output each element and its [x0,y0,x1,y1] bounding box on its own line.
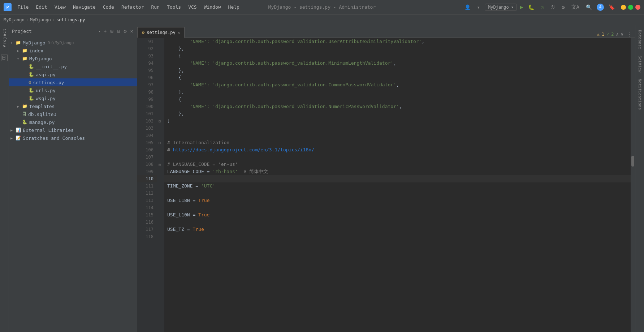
breadcrumb-part-1[interactable]: MyDjango [30,17,51,22]
sidebar-settings-icon[interactable]: ⚙ [123,27,127,35]
sidebar-close-icon[interactable]: ✕ [130,27,134,35]
tree-item-urls-py[interactable]: 🐍 urls.py [9,86,137,94]
warning-icon: ⚠ [597,32,600,37]
menu-file[interactable]: File [14,3,31,11]
tree-item-external-libraries[interactable]: ▶ 📊 External Libraries [9,126,137,134]
sidebar-add-icon[interactable]: + [103,27,107,35]
sqlite-icon: 🗄 [22,112,26,117]
database-panel-btn[interactable]: Database [636,27,644,52]
minimize-button[interactable] [621,5,626,10]
bookmark-icon[interactable]: 🔖 [607,3,617,11]
tree-item-index[interactable]: ▶ 📁 index [9,47,137,55]
debug-icon[interactable]: 🐛 [526,3,536,11]
code-line-92: }, [164,45,631,52]
tree-item-init-py[interactable]: 🐍 __init__.py [9,62,137,70]
tree-item-wsgi-py[interactable]: 🐍 wsgi.py [9,94,137,102]
tree-item-scratches[interactable]: ▶ 📝 Scratches and Consoles [9,134,137,142]
avatar-icon[interactable]: A [597,4,604,11]
menu-vcs[interactable]: VCS [185,3,199,11]
code-line-110 [164,175,631,182]
dropdown-icon[interactable]: ▾ [475,3,482,11]
tree-item-settings-py[interactable]: ⚙ settings.py [9,78,137,86]
run-button[interactable]: ▶ [520,4,523,10]
code-line-102: ] [164,117,631,125]
menu-view[interactable]: View [52,3,69,11]
tab-close-button[interactable]: ✕ [178,30,180,35]
tree-item-manage-py[interactable]: 🐍 manage.py [9,118,137,126]
tree-label: urls.py [36,88,56,93]
line-num-95: 95 [137,67,157,74]
vertical-scrollbar[interactable] [631,38,635,332]
menu-tools[interactable]: Tools [164,3,184,11]
right-panels: Database SciView Notifications [635,25,644,332]
tree-item-mydjango-root[interactable]: ▾ 📁 MyDjango D:\MyDjango [9,39,137,47]
menu-run[interactable]: Run [148,3,163,11]
sidebar-toolbar: + ⊞ ⊟ ⚙ ✕ [103,27,134,35]
toolbar-right: 👤 ▾ MyDjango ▾ ▶ 🐛 ☑ ⏱ ⚙ 文A 🔍 A 🔖 [463,3,617,12]
scrollbar-thumb[interactable] [631,156,634,167]
breadcrumb-part-0[interactable]: MyDjango [4,17,25,22]
menu-help[interactable]: Help [225,3,242,11]
run-config[interactable]: MyDjango ▾ [485,4,517,11]
sidebar-expand-all-icon[interactable]: ⊞ [109,27,114,35]
library-icon: 📊 [16,128,21,133]
nav-up-icon[interactable]: ∧ [616,32,619,37]
code-line-97: 'NAME': 'django.contrib.auth.password_va… [164,81,631,89]
menu-code[interactable]: Code [100,3,117,11]
editor-content[interactable]: 91 92 93 94 95 96 97 98 99 100 101 102 1… [137,38,635,332]
main-container: Project Project ▾ + ⊞ ⊟ ⚙ ✕ ▾ 📁 MyDjango… [0,25,644,332]
code-line-112 [164,190,631,197]
profile-run-icon[interactable]: ⏱ [548,3,557,11]
nav-down-icon[interactable]: ∨ [621,32,623,37]
code-content[interactable]: 'NAME': 'django.contrib.auth.password_va… [164,38,631,332]
tree-item-asgi-py[interactable]: 🐍 asgi.py [9,70,137,78]
gutter-102[interactable]: ⊟ [157,117,162,125]
menu-navigate[interactable]: Navigate [70,3,99,11]
profile-icon[interactable]: 👤 [463,3,472,11]
settings-toolbar-icon[interactable]: ⚙ [560,3,566,11]
sidebar-title: Project [12,29,96,34]
sciview-panel-btn[interactable]: SciView [636,53,644,75]
tab-overflow-icon[interactable]: ⋮ [626,31,632,38]
menu-refactor[interactable]: Refactor [118,3,147,11]
code-line-91: 'NAME': 'django.contrib.auth.password_va… [164,38,631,45]
tree-label: MyDjango [29,56,52,61]
line-num-100: 100 [137,103,157,110]
breadcrumb-part-2[interactable]: settings.py [56,17,85,22]
gutter-117 [157,226,164,233]
project-panel-label: Project [2,28,7,47]
tree-extra: D:\MyDjango [48,40,74,45]
code-line-114 [164,204,631,211]
folder-icon: 📁 [16,40,21,45]
line-num-108: 108 [137,161,157,168]
notifications-panel-btn[interactable]: Notifications [636,76,644,113]
project-panel-file-icon[interactable] [1,55,8,61]
menu-edit[interactable]: Edit [33,3,50,11]
menu-window[interactable]: Window [201,3,224,11]
tree-item-mydjango-pkg[interactable]: ▾ 📁 MyDjango [9,55,137,62]
gutter-108[interactable]: ⊟ [157,161,162,168]
close-button[interactable] [635,5,640,10]
code-line-107 [164,154,631,161]
tree-item-templates[interactable]: ▶ 📁 templates [9,102,137,110]
tree-label: manage.py [29,120,55,125]
sidebar-collapse-all-icon[interactable]: ⊟ [116,27,121,35]
sidebar-dropdown-arrow[interactable]: ▾ [99,29,101,33]
coverage-icon[interactable]: ☑ [539,3,545,11]
tree-label: Scratches and Consoles [23,135,85,141]
tab-file-icon: ⚙ [142,30,144,35]
maximize-button[interactable] [628,5,633,10]
gutter-105[interactable]: ⊟ [157,139,162,146]
gutter-112 [157,190,164,197]
tab-settings-py[interactable]: ⚙ settings.py ✕ [137,27,185,38]
search-toolbar-icon[interactable]: 🔍 [584,3,594,11]
tree-item-db-sqlite3[interactable]: 🗄 db.sqlite3 [9,110,137,118]
left-panel-toggle[interactable]: Project [0,25,9,332]
code-line-100: 'NAME': 'django.contrib.auth.password_va… [164,103,631,110]
arrow-icon: ▶ [17,49,22,53]
code-line-98: }, [164,89,631,96]
gutter-106 [157,146,164,154]
window-controls [621,5,640,10]
translate-icon[interactable]: 文A [570,3,581,12]
line-num-114: 114 [137,204,157,211]
